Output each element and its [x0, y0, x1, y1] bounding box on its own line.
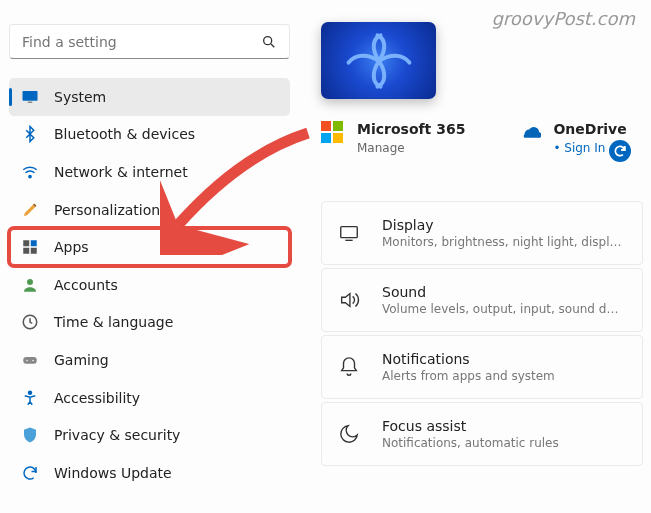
shield-icon [21, 426, 39, 444]
svg-point-13 [32, 360, 34, 362]
search-icon [261, 34, 277, 50]
svg-point-14 [29, 391, 32, 394]
sidebar-item-time-language[interactable]: Time & language [9, 304, 290, 342]
sidebar-item-label: Privacy & security [54, 427, 180, 443]
microsoft-logo-icon [321, 121, 343, 143]
card-sub: Monitors, brightness, night light, displ… [382, 235, 622, 249]
search-input[interactable] [22, 34, 261, 50]
card-title: Sound [382, 284, 622, 300]
settings-cards: DisplayMonitors, brightness, night light… [321, 201, 643, 466]
card-sub: Alerts from apps and system [382, 369, 622, 383]
onedrive-icon [519, 123, 541, 138]
sidebar-item-personalization[interactable]: Personalization [9, 191, 290, 229]
nav-list: System Bluetooth & devices Network & int… [9, 78, 290, 492]
sidebar-item-gaming[interactable]: Gaming [9, 341, 290, 379]
svg-rect-15 [341, 227, 358, 238]
sidebar-item-label: Accessibility [54, 390, 140, 406]
sidebar-item-accounts[interactable]: Accounts [9, 266, 290, 304]
sidebar-item-label: Personalization [54, 202, 160, 218]
person-icon [21, 276, 39, 294]
svg-rect-11 [23, 357, 37, 364]
m365-manage-link[interactable]: Manage [357, 141, 465, 155]
account-row: Microsoft 365 Manage OneDrive Sign In [321, 121, 651, 155]
sidebar-item-label: Time & language [54, 314, 173, 330]
svg-rect-8 [31, 248, 37, 254]
card-focus-assist[interactable]: Focus assistNotifications, automatic rul… [321, 402, 643, 466]
svg-rect-7 [23, 248, 29, 254]
apps-icon [21, 238, 39, 256]
sidebar-item-label: Accounts [54, 277, 118, 293]
sidebar-item-network[interactable]: Network & internet [9, 153, 290, 191]
svg-rect-2 [23, 91, 38, 101]
sidebar-item-apps[interactable]: Apps [9, 228, 290, 266]
sync-icon [613, 144, 627, 158]
svg-point-12 [26, 360, 28, 362]
svg-point-4 [29, 175, 31, 177]
svg-point-9 [27, 279, 33, 285]
sidebar-item-windows-update[interactable]: Windows Update [9, 454, 290, 492]
card-title: Focus assist [382, 418, 622, 434]
gamepad-icon [21, 351, 39, 369]
sidebar-item-label: Windows Update [54, 465, 172, 481]
sidebar-item-label: Network & internet [54, 164, 188, 180]
sync-button[interactable] [609, 140, 631, 162]
display-icon [338, 222, 360, 244]
card-notifications[interactable]: NotificationsAlerts from apps and system [321, 335, 643, 399]
wifi-icon [21, 163, 39, 181]
bluetooth-icon [21, 125, 39, 143]
monitor-icon [21, 88, 39, 106]
sidebar-item-bluetooth[interactable]: Bluetooth & devices [9, 116, 290, 154]
sidebar-item-label: Bluetooth & devices [54, 126, 195, 142]
sidebar: System Bluetooth & devices Network & int… [9, 24, 290, 492]
svg-rect-3 [28, 101, 33, 103]
sidebar-item-label: Gaming [54, 352, 109, 368]
m365-tile[interactable]: Microsoft 365 Manage [321, 121, 465, 155]
svg-point-0 [264, 36, 272, 44]
sidebar-item-label: System [54, 89, 106, 105]
card-sub: Volume levels, output, input, sound devi… [382, 302, 622, 316]
moon-icon [338, 423, 360, 445]
bell-icon [338, 356, 360, 378]
card-sub: Notifications, automatic rules [382, 436, 622, 450]
watermark: groovyPost.com [491, 8, 635, 29]
card-sound[interactable]: SoundVolume levels, output, input, sound… [321, 268, 643, 332]
sidebar-item-privacy[interactable]: Privacy & security [9, 416, 290, 454]
main-pane: Microsoft 365 Manage OneDrive Sign In Di… [321, 22, 651, 469]
card-title: Notifications [382, 351, 622, 367]
clock-globe-icon [21, 313, 39, 331]
sound-icon [338, 289, 360, 311]
accessibility-icon [21, 389, 39, 407]
card-display[interactable]: DisplayMonitors, brightness, night light… [321, 201, 643, 265]
svg-line-1 [271, 44, 274, 47]
sidebar-item-accessibility[interactable]: Accessibility [9, 379, 290, 417]
search-box[interactable] [9, 24, 290, 59]
update-icon [21, 464, 39, 482]
svg-rect-5 [23, 240, 29, 246]
svg-rect-6 [31, 240, 37, 246]
card-title: Display [382, 217, 622, 233]
sidebar-item-system[interactable]: System [9, 78, 290, 116]
sidebar-item-label: Apps [54, 239, 89, 255]
paintbrush-icon [21, 201, 39, 219]
desktop-preview [321, 22, 436, 99]
m365-title: Microsoft 365 [357, 121, 465, 137]
onedrive-title: OneDrive [553, 121, 626, 137]
